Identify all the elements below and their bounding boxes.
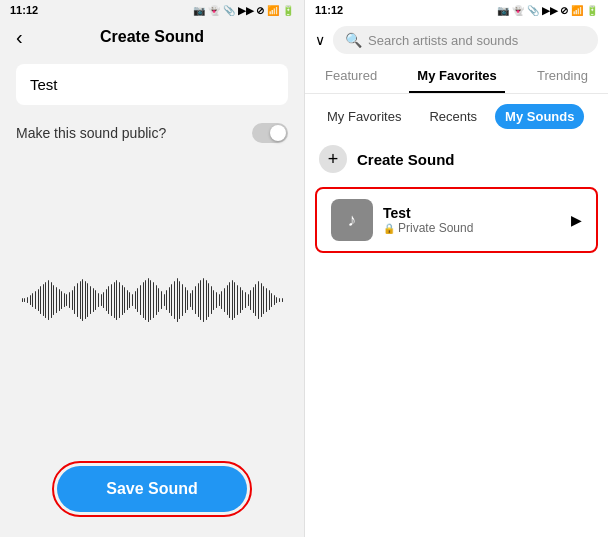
waveform-bar <box>195 286 196 313</box>
create-sound-row[interactable]: + Create Sound <box>305 135 608 183</box>
waveform-bar <box>122 285 123 315</box>
public-toggle-row: Make this sound public? <box>0 115 304 151</box>
waveform-bar <box>200 280 201 320</box>
sub-tab-recents[interactable]: Recents <box>419 104 487 129</box>
public-toggle[interactable] <box>252 123 288 143</box>
search-input-wrap[interactable]: 🔍 Search artists and sounds <box>333 26 598 54</box>
sound-thumb-icon: ♪ <box>348 210 357 231</box>
waveform-bar <box>119 282 120 317</box>
waveform-bar <box>213 290 214 311</box>
waveform-bar <box>274 295 275 305</box>
sound-thumbnail: ♪ <box>331 199 373 241</box>
tab-my-favorites[interactable]: My Favorites <box>409 64 504 87</box>
plus-icon: + <box>319 145 347 173</box>
waveform-bar <box>245 292 246 308</box>
waveform-container <box>0 151 304 449</box>
public-label: Make this sound public? <box>16 125 166 141</box>
sound-subtitle-text: Private Sound <box>398 221 473 235</box>
chevron-down-icon[interactable]: ∨ <box>315 32 325 48</box>
waveform-bar <box>111 284 112 316</box>
waveform-bar <box>179 281 180 319</box>
waveform-bar <box>216 292 217 308</box>
waveform-bar <box>48 280 49 320</box>
waveform-bar <box>248 294 249 307</box>
waveform-bar <box>206 280 207 320</box>
sound-info: Test 🔒 Private Sound <box>383 205 561 235</box>
waveform-bar <box>82 279 83 321</box>
waveform-bar <box>43 284 44 316</box>
waveform-bar <box>69 292 70 308</box>
waveform-bar <box>93 288 94 312</box>
waveform-bar <box>166 290 167 309</box>
waveform-bar <box>72 290 73 311</box>
waveform-bar <box>177 278 178 322</box>
waveform-bar <box>127 290 128 311</box>
waveform-bar <box>158 288 159 312</box>
waveform-bar <box>137 288 138 312</box>
waveform-bar <box>266 288 267 312</box>
save-sound-btn-wrapper: Save Sound <box>52 461 252 517</box>
tabs-row: Featured My Favorites Trending <box>305 60 608 94</box>
waveform-bar <box>32 293 33 307</box>
waveform-bar <box>161 291 162 309</box>
waveform-bar <box>198 283 199 317</box>
sound-name-input[interactable] <box>16 64 288 105</box>
waveform-bar <box>253 287 254 313</box>
create-sound-label: Create Sound <box>357 151 455 168</box>
sub-tab-my-sounds[interactable]: My Sounds <box>495 104 584 129</box>
search-placeholder: Search artists and sounds <box>368 33 518 48</box>
left-status-icons: 📷 👻 📎 ▶▶ ⊘ 📶 🔋 <box>193 5 294 16</box>
lock-icon: 🔒 <box>383 223 395 234</box>
waveform-bar <box>276 297 277 303</box>
header-title: Create Sound <box>100 28 204 46</box>
waveform-bar <box>232 280 233 320</box>
waveform-bar <box>77 283 78 317</box>
waveform-bar <box>156 285 157 315</box>
waveform-bar <box>263 286 264 315</box>
waveform-bar <box>87 283 88 317</box>
waveform-bar <box>45 282 46 318</box>
waveform-bar <box>221 291 222 309</box>
waveform-bar <box>80 281 81 319</box>
waveform-bar <box>59 289 60 311</box>
save-sound-area: Save Sound <box>0 449 304 537</box>
sound-title: Test <box>383 205 561 221</box>
waveform-bar <box>255 284 256 316</box>
tab-featured[interactable]: Featured <box>317 64 385 87</box>
waveform-bar <box>279 298 280 302</box>
waveform-bar <box>116 280 117 320</box>
right-panel: 11:12 📷 👻 📎 ▶▶ ⊘ 📶 🔋 ∨ 🔍 Search artists … <box>304 0 608 537</box>
sound-item[interactable]: ♪ Test 🔒 Private Sound ▶ <box>315 187 598 253</box>
waveform-bar <box>237 285 238 315</box>
waveform-bar <box>261 283 262 317</box>
sound-subtitle: 🔒 Private Sound <box>383 221 561 235</box>
waveform-bar <box>108 286 109 314</box>
save-sound-button[interactable]: Save Sound <box>57 466 247 512</box>
waveform-bar <box>56 287 57 313</box>
waveform-bar <box>61 291 62 309</box>
waveform-bar <box>169 287 170 313</box>
waveform-bar <box>103 292 104 308</box>
waveform-bar <box>203 278 204 323</box>
waveform-bar <box>174 281 175 319</box>
waveform-bar <box>140 285 141 315</box>
play-button[interactable]: ▶ <box>571 212 582 228</box>
waveform-bar <box>153 282 154 318</box>
waveform-bar <box>124 287 125 313</box>
sub-tab-my-favorites[interactable]: My Favorites <box>317 104 411 129</box>
waveform-bar <box>51 282 52 317</box>
waveform-bar <box>129 292 130 308</box>
waveform-bar <box>190 293 191 307</box>
waveform-bar <box>269 290 270 309</box>
tab-trending[interactable]: Trending <box>529 64 596 87</box>
waveform-bar <box>143 282 144 318</box>
waveform-bar <box>282 298 283 302</box>
waveform-bar <box>192 290 193 311</box>
waveform-bar <box>271 293 272 307</box>
waveform-bar <box>90 286 91 315</box>
waveform-bar <box>66 294 67 305</box>
waveform-bar <box>101 294 102 305</box>
back-button[interactable]: ‹ <box>16 26 23 49</box>
waveform-bar <box>35 291 36 309</box>
waveform-bar <box>211 286 212 313</box>
